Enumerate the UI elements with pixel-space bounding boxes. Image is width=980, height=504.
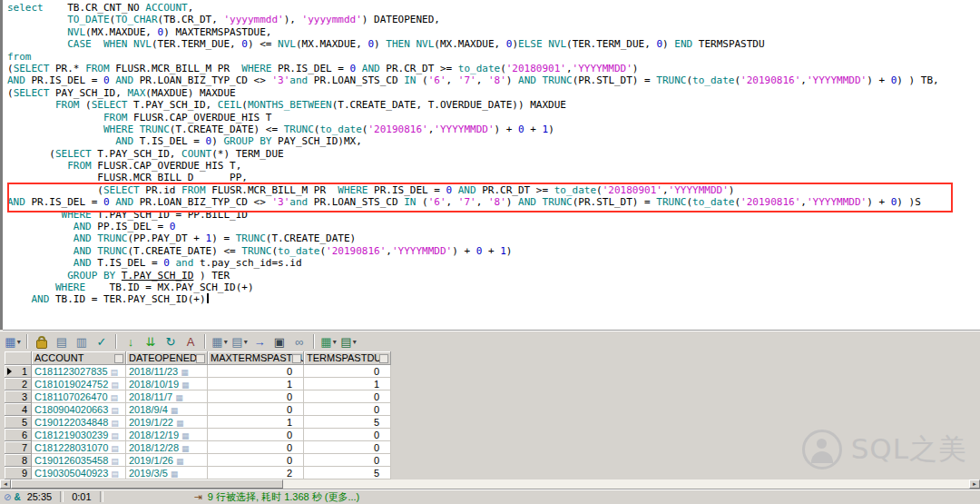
- account-cell[interactable]: C181219030239▤: [32, 429, 126, 441]
- refresh-icon[interactable]: ↻: [162, 333, 180, 350]
- row-number-cell[interactable]: 6: [5, 429, 32, 441]
- row-number-cell[interactable]: 3: [5, 390, 32, 403]
- table-row[interactable]: 1 C181123027835▤ 2018/11/23▦ 0 0: [5, 365, 391, 378]
- export-excel-icon[interactable]: ▤▾: [339, 333, 358, 350]
- maxtermspastdue-cell[interactable]: 0: [208, 454, 304, 467]
- account-cell[interactable]: C190305040923▤: [32, 467, 126, 479]
- termspastdu-cell[interactable]: 5: [304, 416, 391, 429]
- termspastdu-cell[interactable]: 0: [304, 365, 391, 378]
- row-number-cell[interactable]: 8: [5, 454, 32, 467]
- report-icon[interactable]: ▦▾: [319, 333, 338, 350]
- account-cell[interactable]: C190126035458▤: [32, 454, 126, 467]
- table-row[interactable]: 8 C190126035458▤ 2019/1/26▦ 0 0: [5, 454, 391, 467]
- fetch-next-page-icon[interactable]: ↓: [122, 333, 140, 350]
- post-changes-icon[interactable]: ✓: [93, 333, 111, 350]
- column-header-account[interactable]: ACCOUNT: [32, 351, 126, 365]
- calendar-icon[interactable]: ▦: [175, 393, 183, 402]
- table-row[interactable]: 4 C180904020663▤ 2018/9/4▦ 0 0: [5, 403, 391, 416]
- table-row[interactable]: 2 C181019024752▤ 2018/10/19▦ 1 1: [5, 378, 391, 390]
- scrollbar-thumb[interactable]: [11, 479, 283, 489]
- account-cell[interactable]: C190122034848▤: [32, 416, 126, 429]
- account-cell[interactable]: C181107026470▤: [32, 390, 126, 403]
- maxtermspastdue-cell[interactable]: 0: [208, 365, 304, 378]
- dateopened-cell[interactable]: 2018/11/23▦: [126, 365, 208, 378]
- maxtermspastdue-cell[interactable]: 0: [208, 403, 304, 416]
- dateopened-cell[interactable]: 2019/1/26▦: [126, 454, 208, 467]
- termspastdu-cell[interactable]: 0: [304, 441, 391, 454]
- grid-options-icon[interactable]: ▦▾: [211, 333, 229, 350]
- save-results-icon[interactable]: ▣: [270, 333, 289, 350]
- sql-editor[interactable]: select TB.CR_CNT_NO ACCOUNT, TO_DATE(TO_…: [3, 0, 980, 331]
- scroll-left-button[interactable]: ◄: [0, 479, 11, 489]
- table-row[interactable]: 5 C190122034848▤ 2019/1/22▦ 1 5: [5, 416, 391, 429]
- termspastdu-cell[interactable]: 0: [304, 454, 391, 467]
- account-cell[interactable]: C180904020663▤: [32, 403, 126, 416]
- dateopened-cell[interactable]: 2018/12/19▦: [126, 429, 208, 441]
- dateopened-cell[interactable]: 2018/9/4▦: [126, 403, 208, 416]
- dropdown-arrow-icon[interactable]: ▾: [333, 338, 337, 346]
- header-options-icon[interactable]: [292, 354, 301, 363]
- grid-corner-cell[interactable]: [5, 351, 32, 365]
- calendar-icon[interactable]: ▦: [181, 444, 190, 453]
- table-row[interactable]: 3 C181107026470▤ 2018/11/7▦ 0 0: [5, 390, 391, 403]
- table-row[interactable]: 6 C181219030239▤ 2018/12/19▦ 0 0: [5, 429, 391, 441]
- account-cell[interactable]: C181019024752▤: [32, 378, 126, 390]
- row-number-cell[interactable]: 5: [5, 416, 32, 429]
- dateopened-cell[interactable]: 2018/11/7▦: [126, 390, 208, 403]
- maxtermspastdue-cell[interactable]: 1: [208, 416, 304, 429]
- header-options-icon[interactable]: [114, 354, 123, 363]
- linked-query-icon[interactable]: ∞: [290, 333, 309, 350]
- calendar-icon[interactable]: ▦: [171, 469, 179, 479]
- maxtermspastdue-cell[interactable]: 0: [208, 441, 304, 454]
- termspastdu-cell[interactable]: 5: [304, 467, 391, 479]
- result-message[interactable]: 9 行被选择, 耗时 1.368 秒 (更多...): [208, 490, 359, 504]
- export-query-icon[interactable]: ▤: [53, 333, 71, 350]
- dateopened-cell[interactable]: 2019/3/5▦: [126, 467, 208, 479]
- sql-code[interactable]: select TB.CR_CNT_NO ACCOUNT, TO_DATE(TO_…: [3, 0, 980, 306]
- cell-popup-icon[interactable]: ▤: [111, 457, 119, 466]
- row-number-cell[interactable]: 9: [5, 467, 32, 479]
- find-record-icon[interactable]: A: [181, 333, 200, 350]
- column-header-maxtermspastdue[interactable]: MAXTERMSPASTDUE: [208, 351, 304, 365]
- dropdown-arrow-icon[interactable]: ▾: [353, 338, 357, 346]
- header-options-icon[interactable]: [196, 354, 205, 363]
- dateopened-cell[interactable]: 2018/10/19▦: [126, 378, 208, 390]
- account-cell[interactable]: C181228031070▤: [32, 441, 126, 454]
- cell-popup-icon[interactable]: ▤: [111, 419, 119, 428]
- row-number-cell[interactable]: 7: [5, 441, 32, 454]
- table-row[interactable]: 7 C181228031070▤ 2018/12/28▦ 0 0: [5, 441, 391, 454]
- dateopened-cell[interactable]: 2019/1/22▦: [126, 416, 208, 429]
- scroll-right-button[interactable]: ►: [969, 479, 980, 489]
- dateopened-cell[interactable]: 2018/12/28▦: [126, 441, 208, 454]
- termspastdu-cell[interactable]: 0: [304, 403, 391, 416]
- calendar-icon[interactable]: ▦: [171, 406, 179, 415]
- account-cell[interactable]: C181123027835▤: [32, 365, 126, 378]
- termspastdu-cell[interactable]: 1: [304, 378, 391, 390]
- maxtermspastdue-cell[interactable]: 2: [208, 467, 304, 479]
- calendar-icon[interactable]: ▦: [181, 368, 189, 377]
- edit-data-icon[interactable]: ▥: [73, 333, 91, 350]
- lock-icon[interactable]: [33, 333, 51, 350]
- fetch-all-icon[interactable]: ⇊: [142, 333, 160, 350]
- calendar-icon[interactable]: ▦: [181, 431, 190, 440]
- cell-popup-icon[interactable]: ▤: [111, 444, 119, 453]
- header-options-icon[interactable]: [379, 354, 388, 363]
- dropdown-arrow-icon[interactable]: ▾: [17, 338, 21, 346]
- row-number-cell[interactable]: 4: [5, 403, 32, 416]
- export-grid-icon[interactable]: ▤▾: [230, 333, 249, 350]
- cell-popup-icon[interactable]: ▤: [111, 431, 119, 440]
- cell-popup-icon[interactable]: ▤: [111, 393, 119, 402]
- table-row[interactable]: 9 C190305040923▤ 2019/3/5▦ 2 5: [5, 467, 391, 479]
- termspastdu-cell[interactable]: 0: [304, 390, 391, 403]
- horizontal-scrollbar[interactable]: ◄ ►: [0, 479, 980, 489]
- cell-popup-icon[interactable]: ▤: [111, 406, 119, 415]
- maxtermspastdue-cell[interactable]: 1: [208, 378, 304, 390]
- calendar-icon[interactable]: ▦: [176, 419, 184, 428]
- dropdown-arrow-icon[interactable]: ▾: [244, 338, 248, 346]
- cell-popup-icon[interactable]: ▤: [111, 368, 119, 377]
- calendar-icon[interactable]: ▦: [181, 380, 190, 390]
- maxtermspastdue-cell[interactable]: 0: [208, 429, 304, 441]
- window-selector-icon[interactable]: ▦▾: [4, 333, 22, 350]
- scrollbar-track[interactable]: [283, 479, 969, 489]
- cell-popup-icon[interactable]: ▤: [111, 380, 119, 390]
